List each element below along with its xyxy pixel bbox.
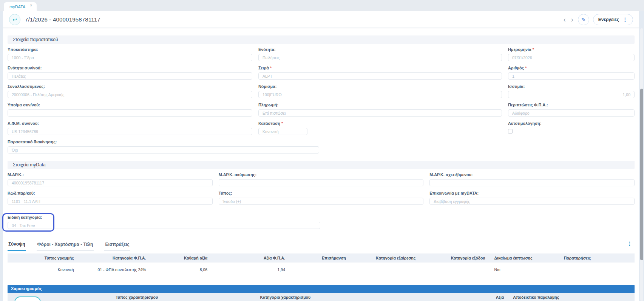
section-title: Στοιχεία myData: [13, 162, 46, 167]
document-form: Υποκατάστημα: 1000 - Έδρα Ενότητα: Πωλήσ…: [8, 44, 635, 136]
field-label: Υποκατάστημα:: [8, 47, 252, 52]
field-number: Αριθμός* 1: [508, 66, 635, 81]
tab-collections[interactable]: Εισπράξεις: [104, 242, 130, 251]
field-trader-branch: Υπο/μα συν/νού:: [8, 103, 252, 118]
doc-code-input[interactable]: 1101 - 11.1 ΑΛΠ: [8, 198, 213, 205]
field-mydata-communication: Επικοινωνία με myDATA: Διαβίβαση εγγραφή…: [429, 191, 635, 206]
mydata-communication-input[interactable]: Διαβίβαση εγγραφής: [429, 198, 635, 205]
notes-cell: [559, 263, 635, 277]
field-currency: Νόμισμα: 100|EURO: [258, 84, 502, 99]
mark-related-input[interactable]: [429, 179, 635, 186]
field-exchange-rate: Ισοτιμία: 1,00: [508, 84, 635, 99]
required-asterisk: *: [525, 66, 527, 70]
status-input[interactable]: Κανονική: [258, 128, 307, 135]
field-vat-cases: Περιπτώσεις Φ.Π.Α.: Αδιάφορο: [508, 103, 635, 118]
field-delivery-doc: Παραστατικό διακίνησης: Όχι: [8, 140, 319, 155]
column-header: Κατηγορία εξόδου: [420, 253, 490, 263]
field-label: Α.Φ.Μ. συν/νού:: [8, 121, 252, 126]
actions-button[interactable]: Ενέργειες ⋮: [593, 14, 633, 25]
field-branch: Υποκατάστημα: 1000 - Έδρα: [8, 47, 252, 62]
exchange-rate-input[interactable]: 1,00: [508, 91, 635, 98]
flag-cell: [290, 263, 351, 277]
kebab-icon[interactable]: ⋮: [627, 241, 632, 247]
required-asterisk: *: [281, 121, 283, 126]
field-label: Σειρά*: [258, 66, 502, 71]
page-title: 7/1/2026 - 400001958781117: [25, 16, 100, 23]
column-header: Αξία: [408, 293, 509, 301]
tab-summary[interactable]: Σύνοψη: [8, 241, 26, 251]
vertical-scrollbar[interactable]: [640, 28, 643, 301]
field-label: Ενότητα συν/νού:: [8, 66, 252, 71]
field-trader: Συναλλασσόμενος: 20000006 - Πελάτης Αμερ…: [8, 84, 252, 99]
scrollbar-thumb[interactable]: [640, 89, 643, 260]
vat-number-input[interactable]: US 123456789: [8, 128, 252, 135]
tab-taxes[interactable]: Φόροι - Χαρτόσημα - Τέλη: [37, 242, 94, 251]
column-header: Κατηγορία εξαίρεσης: [351, 253, 420, 263]
field-label: Πληρωμή:: [258, 103, 502, 108]
exemption-category-cell: [351, 263, 420, 277]
field-label: Ημερομηνία*: [508, 47, 635, 52]
field-label: Ισοτιμία:: [508, 84, 635, 89]
field-label: Κωδ.παρ/κού:: [8, 191, 213, 196]
column-header: Αποδεικτικό παραλαβής: [508, 293, 613, 301]
number-input[interactable]: 1: [508, 72, 635, 80]
vat-category-cell: 01 - ΦΠΑ συντελεστής 24%: [79, 263, 151, 277]
column-header: Αξία Φ.Π.Α.: [212, 253, 290, 263]
edit-button[interactable]: ✎: [578, 14, 589, 25]
field-payment: Πληρωμή: Επί πιστώσει: [258, 103, 502, 118]
field-status: Κατάσταση* Κανονική: [258, 121, 502, 136]
currency-input[interactable]: 100|EURO: [258, 91, 502, 98]
field-mark-cancellation: Μ.ΑΡ.Κ. ακύρωσης:: [219, 172, 424, 187]
branch-input[interactable]: 1000 - Έδρα: [8, 54, 252, 61]
field-label: Μ.ΑΡ.Κ. σχετιζόμενου:: [429, 172, 635, 177]
characterization-table: Τύπος χαρακτηρισμού Κατηγορία χαρακτηρισ…: [8, 293, 635, 301]
tab-mydata[interactable]: myDATA ×: [4, 2, 37, 11]
back-button[interactable]: ↩: [9, 14, 20, 25]
section-title: Στοιχεία παραστατικού: [13, 37, 58, 42]
field-trader-unit: Ενότητα συν/νού: Πελάτες: [8, 66, 252, 81]
characterization-header-row: Τύπος χαρακτηρισμού Κατηγορία χαρακτηρισ…: [8, 293, 635, 301]
add-button-partial[interactable]: [14, 296, 41, 301]
unit-input[interactable]: Πωλήσεις: [258, 54, 502, 61]
trader-branch-input[interactable]: [8, 109, 252, 117]
summary-header-row: Τύπος γραμμής Κατηγορία Φ.Π.Α. Καθαρή αξ…: [8, 253, 635, 263]
series-input[interactable]: ALPT: [258, 72, 502, 80]
required-asterisk: *: [533, 47, 534, 52]
characterization-title: Χαρακτηρισμός: [11, 286, 42, 291]
net-value-cell: 8,06: [150, 263, 212, 277]
column-header: Παρατηρήσεις: [559, 253, 635, 263]
required-asterisk: *: [270, 66, 272, 70]
vat-cases-input[interactable]: Αδιάφορο: [508, 109, 635, 117]
actions-button-label: Ενέργειες: [598, 17, 619, 22]
field-vat-number: Α.Φ.Μ. συν/νού: US 123456789: [8, 121, 252, 136]
delivery-doc-input[interactable]: Όχι: [8, 146, 319, 154]
column-header: Τύπος γραμμής: [8, 253, 79, 263]
summary-row[interactable]: Κανονική 01 - ΦΠΑ συντελεστής 24% 8,06 1…: [8, 263, 635, 277]
summary-table: Τύπος γραμμής Κατηγορία Φ.Π.Α. Καθαρή αξ…: [8, 253, 635, 277]
trader-unit-input[interactable]: Πελάτες: [8, 72, 252, 80]
payment-input[interactable]: Επί πιστώσει: [258, 109, 502, 117]
field-unit: Ενότητα: Πωλήσεις: [258, 47, 502, 62]
field-mark-related: Μ.ΑΡ.Κ. σχετιζόμενου:: [429, 172, 635, 187]
date-input[interactable]: 07/01/2026: [508, 54, 635, 61]
field-label: Αυτοτιμολόγηση:: [508, 121, 635, 126]
self-billing-checkbox[interactable]: [508, 129, 513, 134]
field-label: Μ.ΑΡ.Κ. ακύρωσης:: [219, 172, 424, 177]
field-label: Ειδική κατηγορία:: [8, 215, 320, 220]
special-category-input[interactable]: 04 - Tax Free: [8, 222, 320, 229]
field-special-category: Ειδική κατηγορία: 04 - Tax Free: [8, 215, 320, 230]
chevron-right-icon[interactable]: ›: [570, 16, 574, 23]
mark-input[interactable]: 400001958781117: [8, 179, 213, 186]
trader-input[interactable]: 20000006 - Πελάτης Αμερικής: [8, 91, 252, 98]
window-tab-strip: myDATA ×: [0, 0, 644, 11]
expense-category-cell: [420, 263, 490, 277]
mark-cancellation-input[interactable]: [219, 179, 424, 186]
edit-icon: ✎: [581, 17, 586, 22]
type-input[interactable]: Έσοδο (+): [219, 198, 424, 205]
topbar: ↩ 7/1/2026 - 400001958781117 ‹ › ✎ Ενέργ…: [3, 11, 639, 28]
close-icon[interactable]: ×: [30, 3, 32, 8]
actions-column-header: [613, 293, 635, 301]
chevron-left-icon[interactable]: ‹: [563, 16, 567, 23]
field-label: Επικοινωνία με myDATA:: [429, 191, 635, 196]
field-label: Ενότητα:: [258, 47, 502, 52]
